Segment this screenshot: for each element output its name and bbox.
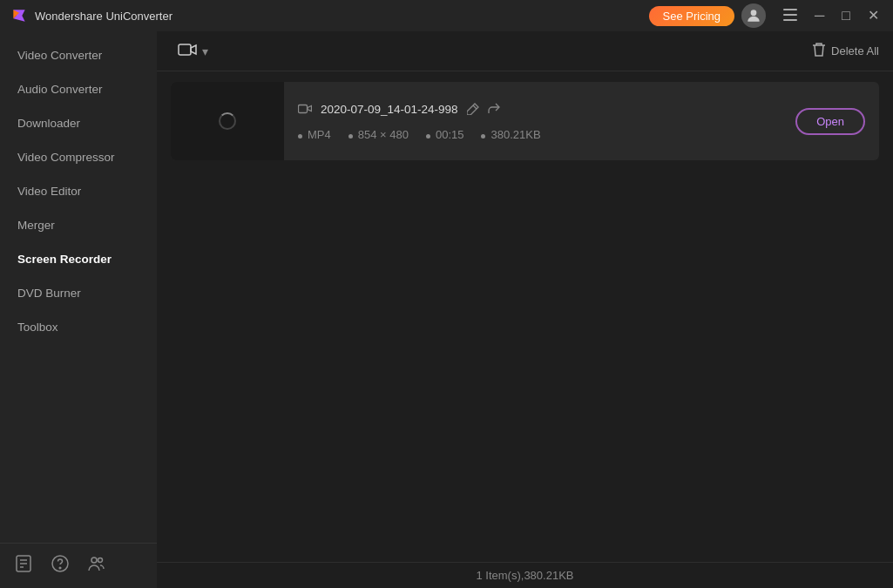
sidebar-footer xyxy=(0,543,157,588)
video-camera-icon xyxy=(178,40,197,63)
people-icon-button[interactable] xyxy=(87,554,106,578)
open-file-button[interactable]: Open xyxy=(795,108,865,135)
file-name-row: 2020-07-09_14-01-24-998 xyxy=(298,102,781,118)
status-bar: 1 Item(s),380.21KB xyxy=(157,562,893,588)
delete-all-button[interactable]: Delete All xyxy=(812,42,879,60)
help-icon-button[interactable] xyxy=(51,554,70,578)
file-list: 2020-07-09_14-01-24-998 xyxy=(157,71,893,562)
trash-icon xyxy=(812,42,826,60)
sidebar-item-video-compressor[interactable]: Video Compressor xyxy=(0,140,157,174)
sidebar-item-dvd-burner[interactable]: DVD Burner xyxy=(0,276,157,310)
sidebar: Video Converter Audio Converter Download… xyxy=(0,31,157,588)
svg-rect-14 xyxy=(179,44,191,55)
chevron-down-icon: ▾ xyxy=(202,44,208,58)
status-text: 1 Item(s),380.21KB xyxy=(477,569,574,582)
sidebar-item-toolbox[interactable]: Toolbox xyxy=(0,310,157,344)
sidebar-item-audio-converter[interactable]: Audio Converter xyxy=(0,72,157,106)
minimize-button[interactable]: ─ xyxy=(811,7,828,25)
svg-point-2 xyxy=(751,10,757,16)
table-row: 2020-07-09_14-01-24-998 xyxy=(171,82,879,160)
svg-point-12 xyxy=(91,558,97,563)
avatar-button[interactable] xyxy=(741,3,766,28)
file-thumbnail xyxy=(171,82,284,160)
sidebar-item-downloader[interactable]: Downloader xyxy=(0,106,157,140)
svg-point-11 xyxy=(59,567,61,569)
file-name: 2020-07-09_14-01-24-998 xyxy=(321,103,458,116)
window-controls: ─ □ ✕ xyxy=(780,7,883,25)
file-action-icons xyxy=(467,102,501,118)
svg-rect-3 xyxy=(783,9,797,10)
loading-spinner xyxy=(219,112,236,130)
content-area: ▾ Delete All xyxy=(157,31,893,588)
cam-icon xyxy=(298,103,312,117)
sidebar-item-merger[interactable]: Merger xyxy=(0,208,157,242)
maximize-button[interactable]: □ xyxy=(838,7,854,25)
sidebar-item-video-converter[interactable]: Video Converter xyxy=(0,38,157,72)
close-button[interactable]: ✕ xyxy=(864,7,883,25)
share-file-button[interactable] xyxy=(487,102,501,118)
edit-file-button[interactable] xyxy=(467,102,480,118)
app-title: Wondershare UniConverter xyxy=(35,10,649,23)
sidebar-item-video-editor[interactable]: Video Editor xyxy=(0,174,157,208)
content-toolbar: ▾ Delete All xyxy=(157,31,893,71)
main-layout: Video Converter Audio Converter Download… xyxy=(0,31,893,588)
file-meta-row: MP4 854 × 480 00:15 380.21KB xyxy=(298,128,781,141)
title-bar: Wondershare UniConverter See Pricing ─ □… xyxy=(0,0,893,31)
svg-rect-4 xyxy=(783,14,797,16)
sidebar-item-screen-recorder[interactable]: Screen Recorder xyxy=(0,242,157,276)
title-bar-controls: See Pricing ─ □ ✕ xyxy=(649,3,883,28)
file-info: 2020-07-09_14-01-24-998 xyxy=(284,102,795,141)
see-pricing-button[interactable]: See Pricing xyxy=(649,6,734,26)
menu-button[interactable] xyxy=(780,7,801,25)
app-logo xyxy=(10,7,28,24)
svg-rect-5 xyxy=(783,19,797,21)
svg-point-13 xyxy=(98,558,103,563)
svg-rect-15 xyxy=(299,105,308,112)
video-mode-button[interactable]: ▾ xyxy=(171,37,215,66)
sidebar-nav: Video Converter Audio Converter Download… xyxy=(0,31,157,543)
book-icon-button[interactable] xyxy=(14,554,33,578)
